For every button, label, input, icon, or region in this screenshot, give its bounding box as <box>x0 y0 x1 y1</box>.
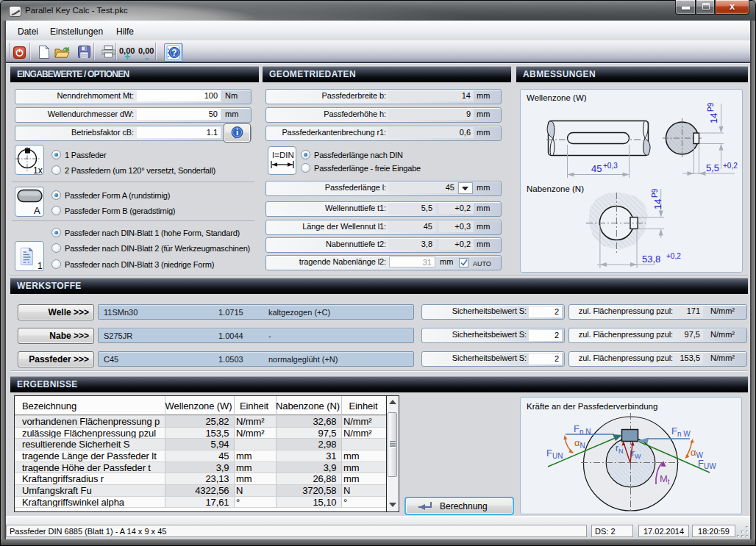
svg-text:53,8: 53,8 <box>642 254 660 265</box>
svg-text:?: ? <box>171 48 176 58</box>
svg-text:FUN: FUN <box>546 448 563 460</box>
svg-text:αW: αW <box>691 447 704 459</box>
svg-text:+0,2: +0,2 <box>666 252 681 260</box>
svg-text:5,5: 5,5 <box>706 162 719 173</box>
svg-text:Wellenzone (W): Wellenzone (W) <box>527 93 587 102</box>
svg-text:14: 14 <box>708 113 719 123</box>
svg-text:Nabenzone (N): Nabenzone (N) <box>527 184 584 193</box>
svg-text:P9: P9 <box>651 188 659 198</box>
svg-text:αN: αN <box>574 437 585 450</box>
svg-text:Fn W: Fn W <box>671 425 691 438</box>
svg-text:Kräfte an der Passfederverbind: Kräfte an der Passfederverbindung <box>527 402 657 411</box>
svg-text:14: 14 <box>652 199 663 209</box>
svg-text:Fn N: Fn N <box>574 423 591 436</box>
svg-text:+0,2: +0,2 <box>723 162 738 170</box>
svg-text:FUW: FUW <box>698 458 716 470</box>
svg-text:+0,3: +0,3 <box>603 162 618 170</box>
svg-text:45: 45 <box>591 163 602 174</box>
svg-text:P9: P9 <box>707 102 715 112</box>
